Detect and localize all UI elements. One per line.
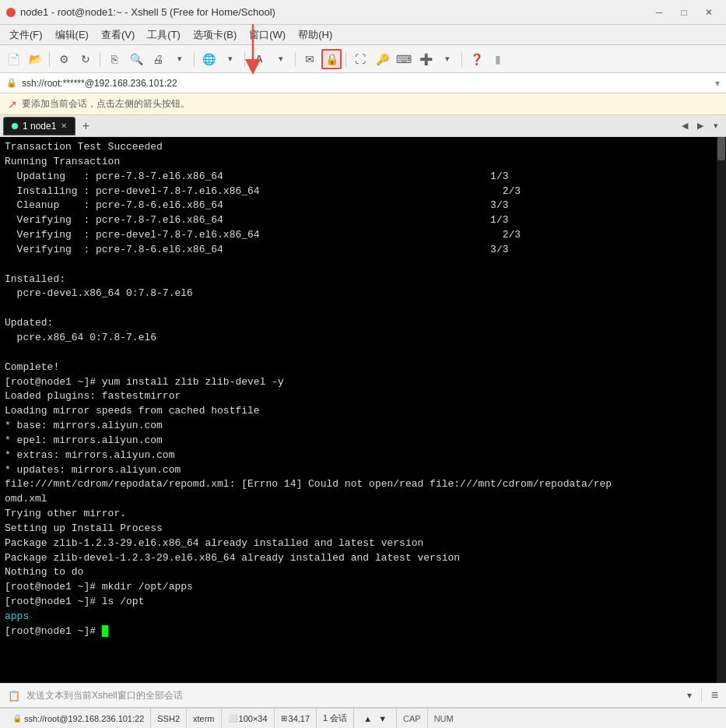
tab-add-button[interactable]: + [77,118,94,135]
font-dropdown[interactable]: ▾ [271,49,291,69]
term-line-19: Loading mirror speeds from cached hostfi… [5,404,721,419]
term-line-16: Complete! [5,360,721,375]
status-cap: CAP [397,709,428,728]
status-position-text: 34,17 [289,714,310,723]
menu-view[interactable]: 查看(V) [95,26,141,44]
minimize-button[interactable]: ─ [648,5,670,20]
term-line-22: * extras: mirrors.aliyun.com [5,448,721,463]
hint-bar: ↗ 要添加当前会话，点击左侧的箭头按钮。 [0,93,726,115]
globe-dropdown[interactable]: ▾ [220,49,240,69]
terminal-scrollbar[interactable] [717,137,726,683]
address-text[interactable]: ssh://root:******@192.168.236.101:22 [22,78,710,89]
term-line-5: Cleanup : pcre-7.8-6.el6.x86_64 3/3 [5,199,721,213]
toolbar-sep-1 [49,51,50,67]
status-size: ⬜ 100×34 [222,709,275,728]
term-line-12 [5,301,721,316]
term-line-20: * base: mirrors.aliyun.com [5,419,721,434]
term-line-14: pcre.x86_64 0:7.8-7.el6 [5,331,721,346]
toolbar-btn-last[interactable]: ▮ [488,49,508,69]
fullscreen-button[interactable]: ⛶ [350,49,370,69]
input-bar: 📋 发送文本到当前Xshell窗口的全部会话 ▾ ≡ [0,683,726,708]
term-line-28: Package zlib-devel-1.2.3-29.el6.x86_64 a… [5,551,721,566]
search-button[interactable]: 🔍 [126,49,146,69]
status-nav-buttons: ▲ ▼ [354,709,397,728]
font-button[interactable]: A [249,49,269,69]
input-dropdown-icon[interactable]: ▾ [687,690,692,701]
term-line-13: Updated: [5,316,721,331]
status-pos-icon: ⊞ [281,714,287,723]
toolbar-btn-plus[interactable]: ➕ [416,49,436,69]
maximize-button[interactable]: □ [673,5,695,20]
new-session-button[interactable]: 📄 [3,49,23,69]
globe-button[interactable]: 🌐 [198,49,219,69]
toolbar-btn-print2[interactable]: ▾ [170,49,190,69]
tab-nav-right[interactable]: ▶ [693,119,707,133]
menu-bar: 文件(F) 编辑(E) 查看(V) 工具(T) 选项卡(B) 窗口(W) 帮助(… [0,25,726,45]
toolbar-sep-7 [461,51,462,67]
menu-tabs[interactable]: 选项卡(B) [187,26,243,44]
tab-nav-menu[interactable]: ▾ [709,119,723,133]
toolbar-btn-minus[interactable]: ▾ [437,49,458,69]
toolbar-sep-4 [244,51,245,67]
term-line-18: Loaded plugins: fastestmirror [5,389,721,404]
menu-file[interactable]: 文件(F) [3,26,49,44]
toolbar-sep-2 [100,51,100,67]
term-line-2: Running Transaction [5,155,721,170]
menu-tools[interactable]: 工具(T) [141,26,187,44]
help-button[interactable]: ❓ [466,49,486,69]
window-controls: ─ □ ✕ [648,5,720,20]
input-placeholder[interactable]: 发送文本到当前Xshell窗口的全部会话 [26,689,681,702]
terminal[interactable]: Transaction Test Succeeded Running Trans… [0,137,726,683]
tab-close-icon[interactable]: ✕ [61,121,67,130]
menu-help[interactable]: 帮助(H) [292,26,338,44]
term-line-17: [root@node1 ~]# yum install zlib zlib-de… [5,375,721,390]
highlighted-button[interactable]: 🔒 [321,49,342,69]
status-bar: 🔒 ssh://root@192.168.236.101:22 SSH2 xte… [0,708,726,728]
term-line-1: Transaction Test Succeeded [5,140,721,155]
close-button[interactable]: ✕ [698,5,720,20]
term-line-8: Verifying : pcre-7.8-6.el6.x86_64 3/3 [5,243,721,258]
status-connection: 🔒 ssh://root@192.168.236.101:22 [6,709,151,728]
address-dropdown[interactable]: ▾ [715,78,720,89]
term-line-26: Setting up Install Process [5,522,721,536]
terminal-scroll-thumb[interactable] [717,137,725,160]
term-line-29: Nothing to do [5,565,721,580]
copy-button[interactable]: ⎘ [104,49,125,69]
terminal-wrapper: Transaction Test Succeeded Running Trans… [0,137,726,683]
term-line-27: Package zlib-1.2.3-29.el6.x86_64 already… [5,536,721,551]
print-button[interactable]: 🖨 [148,49,168,69]
term-line-4: Installing : pcre-devel-7.8-7.el6.x86_64… [5,185,721,199]
nav-down-button[interactable]: ▼ [375,714,390,723]
term-line-6: Verifying : pcre-7.8-7.el6.x86_64 1/3 [5,213,721,228]
status-size-icon: ⬜ [228,714,237,723]
term-line-11: pcre-devel.x86_64 0:7.8-7.el6 [5,287,721,301]
status-terminal: xterm [187,709,222,728]
menu-window[interactable]: 窗口(W) [243,26,292,44]
status-position: ⊞ 34,17 [275,709,317,728]
compose-button[interactable]: ✉ [300,49,320,69]
input-menu-icon[interactable]: ≡ [711,688,718,702]
properties-button[interactable]: ⚙ [54,49,74,69]
term-line-15 [5,346,721,360]
menu-edit[interactable]: 编辑(E) [49,26,95,44]
status-cap-text: CAP [403,714,421,723]
toolbar-btn-2[interactable]: ↻ [75,49,96,69]
title-icon [6,8,16,17]
nav-up-button[interactable]: ▲ [360,714,375,723]
tab-nav-left[interactable]: ◀ [678,119,692,133]
term-line-31: [root@node1 ~]# ls /opt [5,595,721,610]
status-terminal-text: xterm [193,714,215,723]
tab-bar: 1 node1 ✕ + ◀ ▶ ▾ [0,115,726,137]
lock-status-icon: 🔒 [12,714,22,723]
status-size-text: 100×34 [239,714,268,723]
input-sep [701,688,702,702]
keyboard-button[interactable]: ⌨ [394,49,414,69]
status-protocol-text: SSH2 [157,714,180,723]
title-bar: node1 - root@node1:~ - Xshell 5 (Free fo… [0,0,726,25]
lock-button[interactable]: 🔑 [372,49,392,69]
toolbar-sep-5 [295,51,296,67]
term-line-24: file:///mnt/cdrom/repodata/repomd.xml: [… [5,477,721,492]
open-button[interactable]: 📂 [25,49,45,69]
tab-node1[interactable]: 1 node1 ✕ [3,117,75,135]
window-title: node1 - root@node1:~ - Xshell 5 (Free fo… [20,6,648,18]
